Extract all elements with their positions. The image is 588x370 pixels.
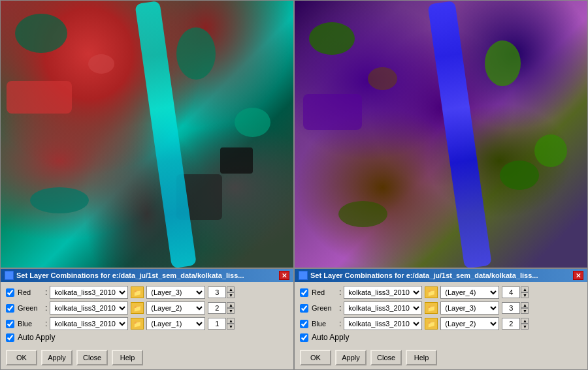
right-blue-colon: : (339, 319, 341, 328)
left-green-folder-icon[interactable]: 📁 (131, 302, 144, 314)
right-blue-number-input[interactable] (502, 318, 520, 330)
right-blue-layer-select[interactable]: (Layer_2) (440, 317, 499, 330)
left-blue-colon: : (45, 319, 47, 328)
right-red-spin-down[interactable]: ▼ (521, 292, 529, 298)
left-green-checkbox[interactable] (6, 304, 14, 313)
right-dialog-title: Set Layer Combinations for e:/data_ju/1s… (310, 271, 538, 279)
right-red-folder-icon[interactable]: 📁 (425, 286, 438, 298)
right-close-btn[interactable]: Close (370, 350, 402, 365)
right-green-spin-down[interactable]: ▼ (521, 308, 529, 314)
left-red-layer-select[interactable]: (Layer_3) (146, 286, 205, 299)
right-blue-file-select[interactable]: kolkata_liss3_2010.img (344, 317, 422, 330)
right-red-colon: : (339, 288, 341, 297)
right-ok-button[interactable]: OK (300, 350, 331, 365)
right-red-number-input[interactable] (502, 286, 520, 298)
left-red-spin-down[interactable]: ▼ (227, 292, 235, 298)
left-apply-button[interactable]: Apply (41, 350, 73, 365)
right-apply-button[interactable]: Apply (335, 350, 367, 365)
left-blue-spin-up[interactable]: ▲ (227, 318, 235, 324)
left-green-spin-up[interactable]: ▲ (227, 302, 235, 308)
left-blue-band-row: Blue : kolkata_liss3_2010.img 📁 (Layer_1… (6, 317, 288, 330)
left-auto-apply-row: Auto Apply (6, 333, 288, 342)
left-auto-apply-checkbox[interactable] (6, 333, 14, 342)
right-green-label: Green (312, 304, 336, 312)
right-red-layer-select[interactable]: (Layer_4) (440, 286, 499, 299)
left-dialog-title-left: Set Layer Combinations for e:/data_ju/1s… (5, 271, 244, 280)
right-title-icon (299, 271, 308, 280)
right-blue-number: ▲ ▼ (502, 317, 528, 330)
right-red-band-row: Red : kolkata_liss3_2010.img 📁 (Layer_4)… (300, 286, 582, 299)
right-auto-apply-checkbox[interactable] (300, 333, 308, 342)
right-blue-spin-up[interactable]: ▲ (521, 318, 529, 324)
right-auto-apply-row: Auto Apply (300, 333, 582, 342)
right-green-number: ▲ ▼ (502, 301, 528, 315)
left-green-band-row: Green : kolkata_liss3_2010.img 📁 (Layer_… (6, 301, 288, 315)
right-help-button[interactable]: Help (406, 350, 437, 365)
left-blue-spin-down[interactable]: ▼ (227, 324, 235, 330)
right-blue-band-row: Blue : kolkata_liss3_2010.img 📁 (Layer_2… (300, 317, 582, 330)
left-blue-spinner: ▲ ▼ (227, 318, 235, 330)
right-auto-apply-label: Auto Apply (312, 333, 349, 342)
left-dialog-title: Set Layer Combinations for e:/data_ju/1s… (16, 271, 244, 279)
left-green-number: ▲ ▼ (208, 301, 234, 315)
left-blue-label: Blue (18, 320, 42, 328)
left-close-btn[interactable]: Close (76, 350, 108, 365)
left-green-label: Green (18, 304, 42, 312)
left-green-file-select[interactable]: kolkata_liss3_2010.img (50, 301, 128, 315)
left-blue-file-select[interactable]: kolkata_liss3_2010.img (50, 317, 128, 330)
right-red-number: ▲ ▼ (502, 286, 528, 299)
right-green-folder-icon[interactable]: 📁 (425, 302, 438, 314)
right-green-colon: : (339, 303, 341, 313)
right-blue-label: Blue (312, 320, 336, 328)
right-blue-checkbox[interactable] (300, 320, 308, 328)
left-auto-apply-label: Auto Apply (18, 333, 55, 342)
left-blue-number-input[interactable] (208, 318, 226, 330)
right-close-button[interactable]: ✕ (573, 271, 583, 280)
right-green-layer-select[interactable]: (Layer_3) (440, 301, 499, 315)
right-red-label: Red (312, 288, 336, 296)
left-red-checkbox[interactable] (6, 288, 14, 297)
left-red-folder-icon[interactable]: 📁 (131, 286, 144, 298)
left-close-button[interactable]: ✕ (279, 271, 289, 280)
left-red-number-input[interactable] (208, 286, 226, 298)
right-dialog-body: Red : kolkata_liss3_2010.img 📁 (Layer_4)… (295, 282, 587, 348)
right-green-spin-up[interactable]: ▲ (521, 302, 529, 308)
left-dialog-body: Red : kolkata_liss3_2010.img 📁 (Layer_3)… (1, 282, 293, 348)
left-green-number-input[interactable] (208, 302, 226, 314)
left-blue-checkbox[interactable] (6, 320, 14, 328)
right-red-spinner: ▲ ▼ (521, 286, 529, 298)
right-green-file-select[interactable]: kolkata_liss3_2010.img (344, 301, 422, 315)
left-title-icon (5, 271, 14, 280)
left-green-layer-select[interactable]: (Layer_2) (146, 301, 205, 315)
left-green-spin-down[interactable]: ▼ (227, 308, 235, 314)
right-image-background (295, 1, 587, 268)
left-green-spinner: ▲ ▼ (227, 302, 235, 314)
right-green-band-row: Green : kolkata_liss3_2010.img 📁 (Layer_… (300, 301, 582, 315)
left-image-background (1, 1, 293, 268)
right-panel: Set Layer Combinations for e:/data_ju/1s… (294, 0, 588, 370)
left-red-spin-up[interactable]: ▲ (227, 286, 235, 292)
right-green-spinner: ▲ ▼ (521, 302, 529, 314)
right-dialog-footer: OK Apply Close Help (295, 348, 587, 369)
left-blue-number: ▲ ▼ (208, 317, 234, 330)
right-dialog-titlebar: Set Layer Combinations for e:/data_ju/1s… (295, 269, 587, 282)
left-red-file-select[interactable]: kolkata_liss3_2010.img (50, 286, 128, 299)
right-red-checkbox[interactable] (300, 288, 308, 297)
right-green-checkbox[interactable] (300, 304, 308, 313)
right-red-file-select[interactable]: kolkata_liss3_2010.img (344, 286, 422, 299)
right-blue-folder-icon[interactable]: 📁 (425, 318, 438, 330)
right-red-spin-up[interactable]: ▲ (521, 286, 529, 292)
left-blue-folder-icon[interactable]: 📁 (131, 318, 144, 330)
right-blue-spin-down[interactable]: ▼ (521, 324, 529, 330)
left-help-button[interactable]: Help (112, 350, 143, 365)
right-dialog-title-left: Set Layer Combinations for e:/data_ju/1s… (299, 271, 538, 280)
left-blue-layer-select[interactable]: (Layer_1) (146, 317, 205, 330)
left-ok-button[interactable]: OK (6, 350, 37, 365)
left-red-colon: : (45, 288, 47, 297)
left-dialog: Set Layer Combinations for e:/data_ju/1s… (1, 268, 293, 369)
left-red-label: Red (18, 288, 42, 296)
right-green-number-input[interactable] (502, 302, 520, 314)
left-panel: Set Layer Combinations for e:/data_ju/1s… (0, 0, 294, 370)
left-green-colon: : (45, 303, 47, 313)
right-river (427, 1, 492, 268)
